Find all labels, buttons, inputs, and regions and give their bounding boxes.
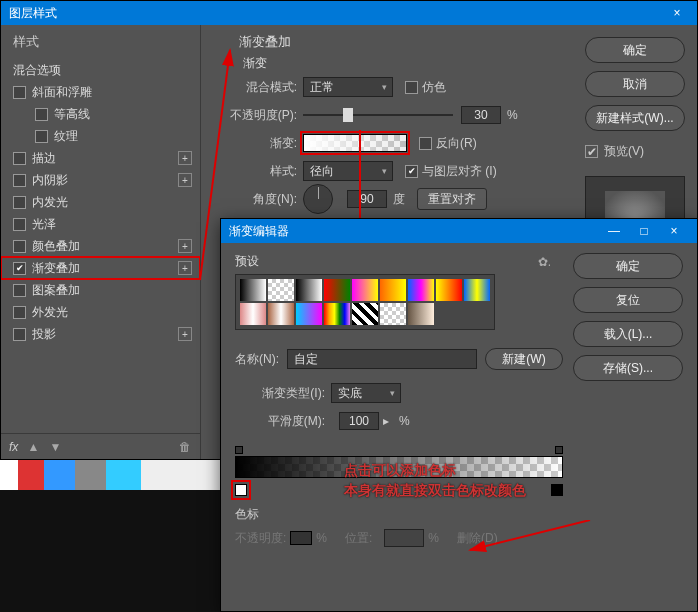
add-icon[interactable]: + (178, 327, 192, 341)
preset-0[interactable] (240, 279, 266, 301)
reverse-checkbox[interactable]: 反向(R) (419, 135, 477, 152)
style-row-颜色叠加[interactable]: 颜色叠加+ (1, 235, 200, 257)
opacity-slider[interactable] (303, 105, 453, 125)
style-row-纹理[interactable]: 纹理 (1, 125, 200, 147)
preview-checkbox[interactable]: ✔ 预览(V) (585, 143, 685, 160)
grad-type-select[interactable]: 实底 (331, 383, 401, 403)
style-row-投影[interactable]: 投影+ (1, 323, 200, 345)
style-row-内阴影[interactable]: 内阴影+ (1, 169, 200, 191)
blend-options-row[interactable]: 混合选项 (1, 59, 200, 81)
gradient-bar[interactable] (235, 456, 563, 478)
checkbox[interactable] (13, 196, 26, 209)
blend-mode-select[interactable]: 正常 (303, 77, 393, 97)
angle-dial[interactable] (303, 184, 333, 214)
preset-7[interactable] (436, 279, 462, 301)
background-strip (0, 460, 220, 490)
checkbox[interactable] (13, 86, 26, 99)
add-icon[interactable]: + (178, 261, 192, 275)
preset-13[interactable] (352, 303, 378, 325)
styles-header: 样式 (1, 25, 200, 59)
preset-4[interactable] (352, 279, 378, 301)
gradient-bar-area[interactable] (235, 446, 563, 504)
titlebar[interactable]: 图层样式 × (1, 1, 697, 25)
angle-value[interactable]: 90 (347, 190, 387, 208)
background-dark (0, 490, 220, 612)
checkbox[interactable] (13, 262, 26, 275)
style-row-光泽[interactable]: 光泽 (1, 213, 200, 235)
name-label: 名称(N): (235, 351, 279, 368)
preset-1[interactable] (268, 279, 294, 301)
opacity-value[interactable]: 30 (461, 106, 501, 124)
preset-6[interactable] (408, 279, 434, 301)
new-gradient-button[interactable]: 新建(W) (485, 348, 563, 370)
color-stop-right[interactable] (551, 484, 563, 496)
style-row-渐变叠加[interactable]: 渐变叠加+ (1, 257, 200, 279)
style-row-描边[interactable]: 描边+ (1, 147, 200, 169)
color-stop-left[interactable] (235, 484, 247, 496)
style-row-外发光[interactable]: 外发光 (1, 301, 200, 323)
blend-mode-label: 混合模式: (217, 79, 303, 96)
grad-reset-button[interactable]: 复位 (573, 287, 683, 313)
style-row-等高线[interactable]: 等高线 (1, 103, 200, 125)
preset-12[interactable] (324, 303, 350, 325)
trash-icon[interactable]: 🗑 (178, 440, 192, 454)
maximize-icon[interactable]: □ (629, 224, 659, 238)
preset-8[interactable] (464, 279, 490, 301)
style-row-内发光[interactable]: 内发光 (1, 191, 200, 213)
style-select[interactable]: 径向 (303, 161, 393, 181)
opacity-stop-row: 不透明度:% 位置:% 删除(D) (235, 529, 563, 547)
checkbox[interactable] (13, 284, 26, 297)
checkbox[interactable] (13, 306, 26, 319)
name-input[interactable]: 自定 (287, 349, 477, 369)
cancel-button[interactable]: 取消 (585, 71, 685, 97)
preset-15[interactable] (408, 303, 434, 325)
gear-icon[interactable]: ✿. (538, 255, 551, 269)
close-icon[interactable]: × (665, 6, 689, 20)
styles-list-panel: 样式 混合选项 斜面和浮雕等高线纹理描边+内阴影+内发光光泽颜色叠加+渐变叠加+… (1, 25, 201, 459)
section-title: 渐变叠加 (217, 33, 557, 51)
presets-grid[interactable] (235, 274, 495, 330)
preset-11[interactable] (296, 303, 322, 325)
preset-10[interactable] (268, 303, 294, 325)
checkbox[interactable] (35, 108, 48, 121)
dither-checkbox[interactable]: 仿色 (405, 79, 446, 96)
checkbox[interactable] (13, 328, 26, 341)
section-subtitle: 渐变 (243, 55, 557, 72)
stops-label: 色标 (235, 506, 563, 523)
reset-align-button[interactable]: 重置对齐 (417, 188, 487, 210)
preset-2[interactable] (296, 279, 322, 301)
align-checkbox[interactable]: 与图层对齐 (I) (405, 163, 497, 180)
angle-label: 角度(N): (217, 191, 303, 208)
checkbox[interactable] (13, 240, 26, 253)
checkbox[interactable] (13, 152, 26, 165)
grad-type-label: 渐变类型(I): (235, 385, 331, 402)
style-label: 样式: (217, 163, 303, 180)
preset-14[interactable] (380, 303, 406, 325)
smoothness-value[interactable]: 100 (339, 412, 379, 430)
ok-button[interactable]: 确定 (585, 37, 685, 63)
preset-9[interactable] (240, 303, 266, 325)
preset-3[interactable] (324, 279, 350, 301)
checkbox[interactable] (35, 130, 48, 143)
add-icon[interactable]: + (178, 239, 192, 253)
arrow-up-icon[interactable]: ▲ (26, 440, 40, 454)
new-style-button[interactable]: 新建样式(W)... (585, 105, 685, 131)
grad-close-icon[interactable]: × (659, 224, 689, 238)
checkbox[interactable] (13, 174, 26, 187)
add-icon[interactable]: + (178, 173, 192, 187)
grad-titlebar[interactable]: 渐变编辑器 — □ × (221, 219, 697, 243)
grad-ok-button[interactable]: 确定 (573, 253, 683, 279)
style-row-斜面和浮雕[interactable]: 斜面和浮雕 (1, 81, 200, 103)
fx-icon[interactable]: fx (9, 440, 18, 454)
arrow-down-icon[interactable]: ▼ (48, 440, 62, 454)
preset-5[interactable] (380, 279, 406, 301)
minimize-icon[interactable]: — (599, 224, 629, 238)
grad-save-button[interactable]: 存储(S)... (573, 355, 683, 381)
style-row-图案叠加[interactable]: 图案叠加 (1, 279, 200, 301)
gradient-swatch[interactable] (303, 134, 407, 152)
presets-label: 预设 (235, 253, 259, 270)
add-icon[interactable]: + (178, 151, 192, 165)
checkbox[interactable] (13, 218, 26, 231)
grad-load-button[interactable]: 载入(L)... (573, 321, 683, 347)
dialog-title: 图层样式 (9, 5, 665, 22)
